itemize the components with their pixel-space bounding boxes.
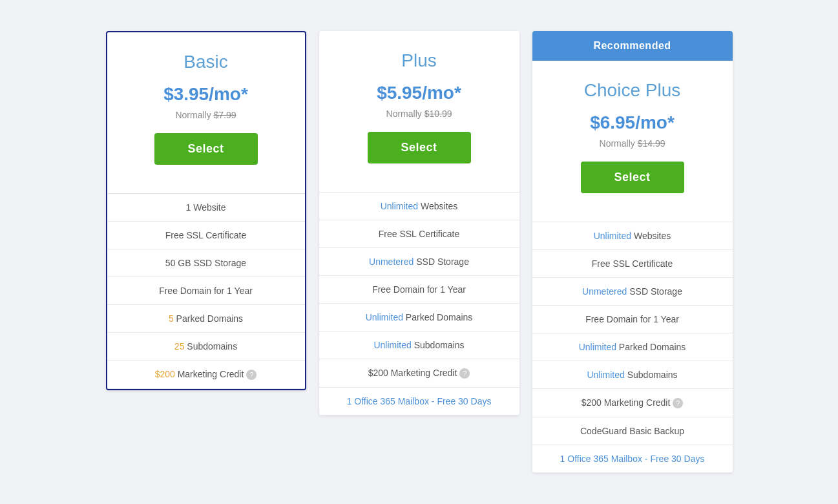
- plan-card-plus: Plus$5.95/mo*Normally $10.99SelectUnlimi…: [319, 31, 519, 415]
- feature-item: Free SSL Certificate: [532, 250, 733, 278]
- feature-item: Unlimited Parked Domains: [319, 304, 519, 331]
- feature-item: CodeGuard Basic Backup: [532, 417, 733, 445]
- feature-item: $200 Marketing Credit?: [319, 359, 519, 388]
- highlight-blue: Unlimited: [579, 342, 616, 352]
- feature-item: Unlimited Parked Domains: [532, 333, 733, 361]
- recommended-banner: Recommended: [532, 31, 733, 61]
- feature-item: Free Domain for 1 Year: [532, 306, 733, 333]
- feature-item: Free Domain for 1 Year: [319, 276, 519, 304]
- plan-name-choice-plus: Choice Plus: [545, 80, 720, 101]
- highlight-blue: Unmetered: [369, 257, 414, 267]
- feature-text: Free SSL Certificate: [592, 258, 673, 269]
- plan-body-choice-plus: Choice Plus$6.95/mo*Normally $14.99Selec…: [532, 61, 733, 222]
- feature-item: 5 Parked Domains: [107, 305, 305, 333]
- feature-text: Free SSL Certificate: [379, 229, 460, 239]
- feature-item: 1 Office 365 Mailbox - Free 30 Days: [532, 445, 733, 473]
- plan-card-basic: Basic$3.95/mo*Normally $7.99Select1 Webs…: [106, 31, 306, 390]
- feature-text: Free Domain for 1 Year: [585, 314, 679, 324]
- plan-name-plus: Plus: [332, 50, 507, 71]
- plan-price-basic: $3.95/mo*: [120, 84, 292, 105]
- feature-text: 1 Website: [186, 202, 226, 213]
- highlight-blue: Unlimited: [366, 312, 403, 322]
- plan-normally-choice-plus: Normally $14.99: [545, 138, 720, 149]
- info-icon[interactable]: ?: [459, 368, 470, 379]
- plan-price-plus: $5.95/mo*: [332, 83, 507, 103]
- plan-price-choice-plus: $6.95/mo*: [545, 112, 720, 133]
- feature-item: $200 Marketing Credit?: [107, 361, 305, 389]
- feature-item: Unmetered SSD Storage: [532, 278, 733, 306]
- feature-item: Unlimited Subdomains: [532, 361, 733, 389]
- office365-link[interactable]: 1 Office 365 Mailbox - Free 30 Days: [347, 396, 492, 406]
- feature-item: 25 Subdomains: [107, 333, 305, 361]
- plan-normally-basic: Normally $7.99: [120, 110, 292, 120]
- feature-item: Unmetered SSD Storage: [319, 248, 519, 276]
- select-button-choice-plus[interactable]: Select: [581, 162, 684, 193]
- feature-text: CodeGuard Basic Backup: [580, 426, 684, 436]
- feature-text: Free Domain for 1 Year: [372, 284, 466, 295]
- highlight-blue: Unlimited: [381, 201, 418, 211]
- feature-item: Free Domain for 1 Year: [107, 277, 305, 305]
- feature-text: Free SSL Certificate: [165, 230, 247, 240]
- feature-item: 1 Office 365 Mailbox - Free 30 Days: [319, 388, 519, 415]
- highlight-blue: Unlimited: [373, 340, 411, 350]
- features-list-choice-plus: Unlimited WebsitesFree SSL CertificateUn…: [532, 222, 733, 473]
- features-list-plus: Unlimited WebsitesFree SSL CertificateUn…: [319, 192, 519, 415]
- feature-item: 1 Website: [107, 194, 305, 222]
- info-icon[interactable]: ?: [673, 398, 683, 408]
- info-icon[interactable]: ?: [246, 370, 257, 380]
- office365-link[interactable]: 1 Office 365 Mailbox - Free 30 Days: [560, 454, 705, 464]
- feature-item: Unlimited Websites: [319, 193, 519, 220]
- highlight-blue: Unlimited: [594, 231, 631, 241]
- highlight-blue: Unlimited: [587, 370, 624, 380]
- feature-item: 50 GB SSD Storage: [107, 249, 305, 277]
- feature-item: Unlimited Subdomains: [319, 331, 519, 359]
- plan-name-basic: Basic: [120, 52, 292, 72]
- highlight-blue: Unmetered: [582, 286, 627, 297]
- highlight-orange: $200: [155, 369, 175, 379]
- highlight-orange: 5: [169, 313, 174, 324]
- feature-text: $200 Marketing Credit: [368, 368, 457, 378]
- feature-item: Free SSL Certificate: [107, 222, 305, 249]
- features-list-basic: 1 WebsiteFree SSL Certificate50 GB SSD S…: [107, 193, 305, 389]
- select-button-basic[interactable]: Select: [154, 133, 258, 165]
- pricing-container: Basic$3.95/mo*Normally $7.99Select1 Webs…: [87, 12, 752, 492]
- feature-text: 50 GB SSD Storage: [165, 258, 246, 268]
- feature-text: $200 Marketing Credit: [581, 397, 671, 408]
- plan-body-plus: Plus$5.95/mo*Normally $10.99Select: [319, 31, 519, 192]
- feature-item: Free SSL Certificate: [319, 220, 519, 248]
- feature-item: Unlimited Websites: [532, 222, 733, 250]
- feature-item: $200 Marketing Credit?: [532, 389, 733, 417]
- plan-body-basic: Basic$3.95/mo*Normally $7.99Select: [107, 32, 305, 193]
- highlight-orange: 25: [174, 341, 185, 352]
- plan-normally-plus: Normally $10.99: [332, 109, 507, 119]
- plan-card-choice-plus: RecommendedChoice Plus$6.95/mo*Normally …: [532, 31, 733, 473]
- select-button-plus[interactable]: Select: [368, 132, 471, 163]
- feature-text: Free Domain for 1 Year: [159, 286, 253, 296]
